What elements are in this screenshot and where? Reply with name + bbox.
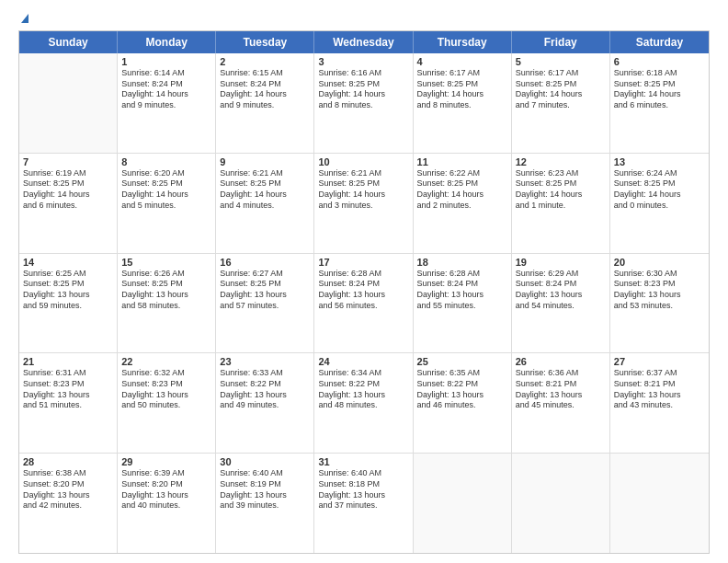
- sunrise-text: Sunrise: 6:21 AM: [318, 168, 408, 179]
- daylight-line2: and 4 minutes.: [220, 201, 310, 212]
- day-number: 21: [23, 356, 113, 367]
- daylight-line2: and 6 minutes.: [614, 100, 705, 111]
- day-number: 19: [516, 257, 606, 268]
- sunrise-text: Sunrise: 6:21 AM: [220, 168, 310, 179]
- sunrise-text: Sunrise: 6:23 AM: [516, 168, 606, 179]
- day-number: 4: [417, 56, 507, 67]
- daylight-line1: Daylight: 13 hours: [516, 390, 606, 401]
- daylight-line2: and 42 minutes.: [23, 500, 113, 511]
- sunrise-text: Sunrise: 6:34 AM: [318, 368, 408, 379]
- sunrise-text: Sunrise: 6:38 AM: [23, 468, 113, 479]
- day-number: 23: [220, 356, 310, 367]
- sunrise-text: Sunrise: 6:37 AM: [614, 368, 705, 379]
- day-cell-12: 12Sunrise: 6:23 AMSunset: 8:25 PMDayligh…: [512, 154, 610, 253]
- day-number: 8: [121, 156, 211, 167]
- daylight-line2: and 3 minutes.: [318, 201, 408, 212]
- daylight-line2: and 58 minutes.: [121, 301, 211, 312]
- sunrise-text: Sunrise: 6:26 AM: [121, 269, 211, 280]
- sunset-text: Sunset: 8:25 PM: [220, 178, 310, 190]
- day-cell-30: 30Sunrise: 6:40 AMSunset: 8:19 PMDayligh…: [216, 454, 314, 553]
- day-number: 18: [417, 257, 507, 268]
- sunrise-text: Sunrise: 6:14 AM: [121, 68, 211, 79]
- daylight-line1: Daylight: 14 hours: [614, 190, 705, 201]
- day-number: 11: [417, 156, 507, 167]
- sunset-text: Sunset: 8:21 PM: [614, 379, 705, 390]
- week-row-2: 14Sunrise: 6:25 AMSunset: 8:25 PMDayligh…: [19, 254, 709, 354]
- sunrise-text: Sunrise: 6:20 AM: [121, 168, 211, 179]
- header-day-tuesday: Tuesday: [216, 31, 314, 53]
- day-cell-29: 29Sunrise: 6:39 AMSunset: 8:20 PMDayligh…: [118, 454, 216, 553]
- day-number: 2: [220, 56, 310, 67]
- day-number: 12: [516, 156, 606, 167]
- daylight-line1: Daylight: 14 hours: [121, 190, 211, 201]
- day-number: 13: [614, 156, 705, 167]
- day-cell-5: 5Sunrise: 6:17 AMSunset: 8:25 PMDaylight…: [512, 53, 610, 153]
- day-cell-6: 6Sunrise: 6:18 AMSunset: 8:25 PMDaylight…: [610, 53, 709, 153]
- week-row-4: 28Sunrise: 6:38 AMSunset: 8:20 PMDayligh…: [19, 454, 709, 553]
- day-cell-20: 20Sunrise: 6:30 AMSunset: 8:23 PMDayligh…: [610, 254, 709, 353]
- day-cell-13: 13Sunrise: 6:24 AMSunset: 8:25 PMDayligh…: [610, 154, 709, 253]
- daylight-line2: and 57 minutes.: [220, 301, 310, 312]
- day-number: 17: [318, 257, 408, 268]
- daylight-line2: and 51 minutes.: [23, 400, 113, 411]
- daylight-line1: Daylight: 13 hours: [417, 390, 507, 401]
- daylight-line2: and 0 minutes.: [614, 201, 705, 212]
- sunset-text: Sunset: 8:20 PM: [23, 479, 113, 490]
- daylight-line1: Daylight: 13 hours: [121, 490, 211, 501]
- daylight-line1: Daylight: 13 hours: [220, 290, 310, 301]
- daylight-line2: and 56 minutes.: [318, 301, 408, 312]
- sunrise-text: Sunrise: 6:30 AM: [614, 269, 705, 280]
- daylight-line1: Daylight: 13 hours: [318, 390, 408, 401]
- sunset-text: Sunset: 8:24 PM: [220, 79, 310, 90]
- day-cell-16: 16Sunrise: 6:27 AMSunset: 8:25 PMDayligh…: [216, 254, 314, 353]
- calendar-header: SundayMondayTuesdayWednesdayThursdayFrid…: [19, 31, 709, 53]
- sunrise-text: Sunrise: 6:22 AM: [417, 168, 507, 179]
- daylight-line1: Daylight: 13 hours: [318, 490, 408, 501]
- day-cell-15: 15Sunrise: 6:26 AMSunset: 8:25 PMDayligh…: [118, 254, 216, 353]
- daylight-line2: and 9 minutes.: [220, 100, 310, 111]
- sunrise-text: Sunrise: 6:19 AM: [23, 168, 113, 179]
- daylight-line2: and 37 minutes.: [318, 500, 408, 511]
- sunrise-text: Sunrise: 6:17 AM: [417, 68, 507, 79]
- day-cell-8: 8Sunrise: 6:20 AMSunset: 8:25 PMDaylight…: [118, 154, 216, 253]
- daylight-line1: Daylight: 13 hours: [23, 290, 113, 301]
- sunrise-text: Sunrise: 6:15 AM: [220, 68, 310, 79]
- day-cell-14: 14Sunrise: 6:25 AMSunset: 8:25 PMDayligh…: [19, 254, 118, 353]
- daylight-line1: Daylight: 13 hours: [220, 490, 310, 501]
- sunrise-text: Sunrise: 6:31 AM: [23, 368, 113, 379]
- daylight-line1: Daylight: 13 hours: [516, 290, 606, 301]
- day-number: 22: [121, 356, 211, 367]
- header-day-wednesday: Wednesday: [314, 31, 413, 53]
- sunset-text: Sunset: 8:23 PM: [23, 379, 113, 390]
- daylight-line1: Daylight: 14 hours: [417, 89, 507, 100]
- header-day-saturday: Saturday: [610, 31, 709, 53]
- sunrise-text: Sunrise: 6:27 AM: [220, 269, 310, 280]
- day-cell-4: 4Sunrise: 6:17 AMSunset: 8:25 PMDaylight…: [414, 53, 512, 153]
- header-day-thursday: Thursday: [414, 31, 512, 53]
- sunrise-text: Sunrise: 6:36 AM: [516, 368, 606, 379]
- sunrise-text: Sunrise: 6:18 AM: [614, 68, 705, 79]
- day-cell-26: 26Sunrise: 6:36 AMSunset: 8:21 PMDayligh…: [512, 353, 610, 453]
- sunset-text: Sunset: 8:20 PM: [121, 479, 211, 490]
- sunset-text: Sunset: 8:25 PM: [318, 79, 408, 90]
- sunset-text: Sunset: 8:25 PM: [614, 79, 705, 90]
- day-number: 1: [121, 56, 211, 67]
- sunrise-text: Sunrise: 6:25 AM: [23, 269, 113, 280]
- daylight-line1: Daylight: 14 hours: [516, 190, 606, 201]
- day-number: 27: [614, 356, 705, 367]
- day-number: 7: [23, 156, 113, 167]
- daylight-line1: Daylight: 14 hours: [614, 89, 705, 100]
- daylight-line1: Daylight: 13 hours: [220, 390, 310, 401]
- daylight-line1: Daylight: 13 hours: [121, 290, 211, 301]
- day-number: 15: [121, 257, 211, 268]
- sunrise-text: Sunrise: 6:28 AM: [318, 269, 408, 280]
- daylight-line1: Daylight: 13 hours: [121, 390, 211, 401]
- daylight-line1: Daylight: 13 hours: [318, 290, 408, 301]
- calendar: SundayMondayTuesdayWednesdayThursdayFrid…: [18, 30, 710, 554]
- daylight-line2: and 5 minutes.: [121, 201, 211, 212]
- daylight-line1: Daylight: 13 hours: [614, 290, 705, 301]
- day-cell-17: 17Sunrise: 6:28 AMSunset: 8:24 PMDayligh…: [314, 254, 413, 353]
- day-number: 14: [23, 257, 113, 268]
- sunset-text: Sunset: 8:25 PM: [318, 178, 408, 190]
- daylight-line2: and 53 minutes.: [614, 301, 705, 312]
